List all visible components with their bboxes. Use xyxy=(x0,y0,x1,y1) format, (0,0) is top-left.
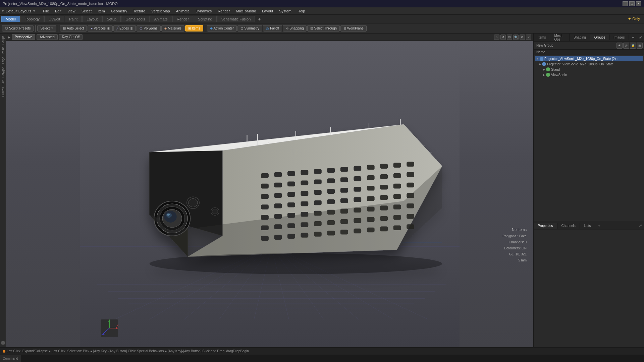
materials-icon: ◈ xyxy=(164,26,167,30)
minimize-button[interactable]: — xyxy=(623,1,628,6)
scene-tree[interactable]: ▼ Projector_ViewSonic_M2e_1080p_On_State… xyxy=(534,55,644,222)
menu-view[interactable]: View xyxy=(65,8,78,14)
menu-render[interactable]: Render xyxy=(215,8,232,14)
workplane-button[interactable]: ⊟ WorkPlane xyxy=(340,25,367,32)
menu-texture[interactable]: Texture xyxy=(130,8,148,14)
edges-button[interactable]: ╱ Edges 3 xyxy=(113,25,136,32)
select-button[interactable]: Select ▼ xyxy=(37,25,56,32)
advanced-button[interactable]: Advanced xyxy=(37,34,57,40)
scene-item-viewsonic[interactable]: ▶ ViewSonic xyxy=(542,72,643,77)
panel-tab-items[interactable]: Items xyxy=(534,35,550,40)
scene-item-projector[interactable]: ▶ Projector_ViewSonic_M2e_1080p_On_State xyxy=(538,61,643,67)
panel-expand-icon[interactable]: ⤢ xyxy=(637,34,644,41)
viewport-3d[interactable]: X Y Z No Items Polygons : Face Channels:… xyxy=(6,41,533,347)
mode-tab-animate[interactable]: Animate xyxy=(150,16,172,22)
items-button[interactable]: ⊞ Items xyxy=(185,25,203,32)
scene-root-item[interactable]: ▼ Projector_ViewSonic_M2e_1080p_On_State… xyxy=(535,56,643,61)
scene-item-label-1: Projector_ViewSonic_M2e_1080p_On_State xyxy=(547,62,613,66)
vp-icon-home[interactable]: ⌂ xyxy=(494,35,499,40)
menu-animate[interactable]: Animate xyxy=(173,8,192,14)
menu-item[interactable]: Item xyxy=(95,8,107,14)
menu-geometry[interactable]: Geometry xyxy=(108,8,130,14)
snapping-icon: ⊹ xyxy=(286,26,288,30)
vp-icon-settings[interactable]: ⚙ xyxy=(520,35,525,40)
mode-tab-scripting[interactable]: Scripting xyxy=(194,16,217,22)
scene-item-icon-3 xyxy=(546,73,550,77)
snapping-button[interactable]: ⊹ Snapping xyxy=(283,25,307,32)
sidebar-handle[interactable] xyxy=(1,341,5,345)
svg-rect-62 xyxy=(287,171,295,176)
prop-tab-properties[interactable]: Properties xyxy=(534,223,557,229)
panel-tab-plus[interactable]: + xyxy=(629,34,637,41)
sculpt-presets-button[interactable]: ⬡ Sculpt Presets xyxy=(2,25,34,32)
mode-tab-paint[interactable]: Paint xyxy=(65,16,82,22)
deformers-label: Deformers: ON xyxy=(502,245,527,251)
vp-icon-zoom-in[interactable]: 🔍 xyxy=(513,35,519,40)
action-center-button[interactable]: ⊕ Action Center xyxy=(207,25,237,32)
sidebar-label-sculpt: Sculpt xyxy=(1,35,5,46)
menu-vertex-map[interactable]: Vertex Map xyxy=(149,8,173,14)
prop-tab-plus[interactable]: + xyxy=(595,222,603,229)
falloff-button[interactable]: ◎ Falloff xyxy=(263,25,282,32)
prop-expand[interactable]: ⤢ xyxy=(637,223,644,229)
scene-item-stand[interactable]: ▶ Stand xyxy=(542,67,643,72)
polygons-button[interactable]: ⬠ Polygons xyxy=(137,25,160,32)
items-tool-render[interactable]: ◎ xyxy=(623,43,629,49)
channels-label: Channels: 0 xyxy=(502,239,527,245)
svg-rect-100 xyxy=(314,200,322,205)
menu-edit[interactable]: Edit xyxy=(52,8,64,14)
viewport[interactable]: ▶ Perspective Advanced Ray GL: Off ⌂ ↺ ⊡… xyxy=(6,34,533,347)
svg-rect-104 xyxy=(367,196,375,201)
command-input[interactable] xyxy=(21,355,644,362)
menu-dynamics[interactable]: Dynamics xyxy=(193,8,214,14)
svg-rect-63 xyxy=(301,170,308,175)
mode-tab-setup[interactable]: Setup xyxy=(102,16,121,22)
menu-help[interactable]: Help xyxy=(295,8,308,14)
toolbar-separator-1 xyxy=(35,25,36,32)
items-tool-eye[interactable]: 👁 xyxy=(616,43,623,49)
svg-rect-97 xyxy=(274,203,282,208)
mode-tab-game-tools[interactable]: Game Tools xyxy=(121,16,150,22)
mode-tab-uvedit[interactable]: UVEdit xyxy=(44,16,64,22)
layout-selector[interactable]: Default Layouts xyxy=(6,9,31,13)
panel-tab-groups[interactable]: Groups xyxy=(590,35,610,40)
vertices-button[interactable]: ● Vertices 4 xyxy=(88,25,113,32)
menu-file[interactable]: File xyxy=(40,8,52,14)
prop-tab-lists[interactable]: Lists xyxy=(580,223,595,229)
perspective-button[interactable]: Perspective xyxy=(12,34,35,40)
svg-point-145 xyxy=(150,253,442,274)
mode-tab-model[interactable]: Model xyxy=(1,16,20,22)
select-through-button[interactable]: ⊡ Select Through xyxy=(307,25,340,32)
mode-tab-layout[interactable]: Layout xyxy=(82,16,102,22)
mode-tab-render[interactable]: Render xyxy=(172,16,193,22)
menu-system[interactable]: System xyxy=(276,8,294,14)
ray-gl-button[interactable]: Ray GL: Off xyxy=(59,34,83,40)
window-controls[interactable]: — □ ✕ xyxy=(623,1,641,6)
items-tool-mesh[interactable]: ⊞ xyxy=(637,43,643,49)
auto-select-button[interactable]: ⊡ Auto Select xyxy=(60,25,87,32)
vp-icon-expand[interactable]: ⤢ xyxy=(526,35,531,40)
maximize-button[interactable]: □ xyxy=(629,1,635,6)
vp-icon-refresh[interactable]: ↺ xyxy=(500,35,506,40)
panel-tab-shading[interactable]: Shading xyxy=(570,35,590,40)
panel-tab-images[interactable]: Images xyxy=(610,35,629,40)
close-button[interactable]: ✕ xyxy=(636,1,641,6)
mode-tab-schematic[interactable]: Schematic Fusion xyxy=(217,16,255,22)
symmetry-button[interactable]: ⊡ Symmetry xyxy=(237,25,262,32)
menu-layout[interactable]: Layout xyxy=(259,8,276,14)
svg-rect-91 xyxy=(354,187,361,192)
menu-select[interactable]: Select xyxy=(79,8,95,14)
mode-tab-topology[interactable]: Topology xyxy=(20,16,44,22)
items-tool-lock[interactable]: 🔒 xyxy=(630,43,636,49)
svg-rect-86 xyxy=(287,192,295,197)
viewport-menu-arrow[interactable]: ▶ xyxy=(8,36,10,39)
prop-tab-channels[interactable]: Channels xyxy=(557,223,580,229)
svg-rect-106 xyxy=(393,194,401,199)
properties-tabs: Properties Channels Lists + ⤢ xyxy=(534,222,644,230)
mode-tab-plus[interactable]: + xyxy=(255,15,263,23)
svg-rect-82 xyxy=(393,173,401,178)
menu-maxtomod[interactable]: MaxToModo xyxy=(233,8,259,14)
vp-icon-zoom-fit[interactable]: ⊡ xyxy=(507,35,512,40)
panel-tab-mesh-ops[interactable]: Mesh Ops xyxy=(550,33,570,42)
materials-button[interactable]: ◈ Materials xyxy=(161,25,185,32)
